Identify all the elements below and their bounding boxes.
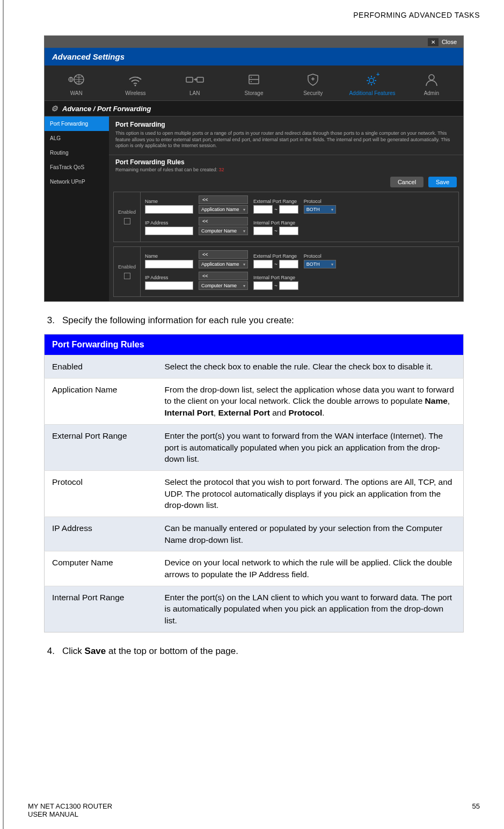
row-label: External Port Range (45, 424, 157, 470)
arrow-button[interactable]: << (199, 217, 248, 226)
nav-additional-features[interactable]: + Additional Features (342, 72, 401, 96)
ext-end-input[interactable] (279, 260, 298, 268)
document-page: PERFORMING ADVANCED TASKS ✕ Close Advanc… (3, 0, 504, 829)
ext-start-input[interactable] (253, 205, 273, 214)
nav-security[interactable]: Security (283, 72, 342, 96)
nav-storage[interactable]: Storage (224, 72, 283, 96)
chevron-down-icon: ▾ (331, 262, 333, 267)
row-desc: From the drop-down list, select the appl… (157, 378, 464, 424)
nav-wan[interactable]: WAN (47, 72, 106, 96)
int-end-input[interactable] (279, 281, 298, 290)
arrow-button[interactable]: << (199, 195, 248, 204)
table-row: Internal Port Range Enter the port(s) on… (45, 586, 464, 632)
svg-line-15 (368, 77, 369, 78)
footer-left: MY NET AC1300 ROUTER USER MANUAL (28, 802, 112, 818)
int-end-input[interactable] (279, 227, 298, 235)
ip-input[interactable] (145, 227, 193, 235)
application-name-dropdown[interactable]: Application Name▾ (199, 260, 248, 268)
svg-point-10 (369, 78, 374, 83)
step-number: 4. (44, 646, 55, 657)
nav-wireless[interactable]: Wireless (106, 72, 165, 96)
rule-row: Enabled Name <<Application Name▾ Externa… (113, 192, 459, 242)
svg-line-16 (374, 83, 375, 84)
row-label: Application Name (45, 378, 157, 424)
top-nav: WAN Wireless LAN Storage Security + Addi… (45, 66, 463, 100)
step-number: 3. (44, 315, 55, 326)
rules-remaining: Remaining number of rules that can be cr… (109, 167, 463, 177)
main-panel: Port Forwarding This option is used to o… (109, 117, 463, 301)
row-desc: Select the protocol that you wish to por… (157, 470, 464, 517)
svg-line-17 (368, 83, 369, 84)
fields-column: Name <<Application Name▾ External Port R… (141, 247, 458, 296)
application-name-dropdown[interactable]: Application Name▾ (199, 205, 248, 214)
chevron-down-icon: ▾ (243, 283, 245, 288)
ext-start-input[interactable] (253, 260, 273, 268)
sidebar-item-alg[interactable]: ALG (45, 131, 109, 146)
sidebar-item-port-forwarding[interactable]: Port Forwarding (45, 117, 109, 131)
shield-icon (305, 72, 321, 87)
row-desc: Device on your local network to which th… (157, 551, 464, 586)
table-row: Enabled Select the check box to enable t… (45, 355, 464, 379)
table-header: Port Forwarding Rules (45, 334, 464, 355)
advanced-settings-title: Advanced Settings (45, 48, 463, 66)
table-row: Computer Name Device on your local netwo… (45, 551, 464, 586)
row-label: IP Address (45, 517, 157, 551)
enabled-column: Enabled (114, 247, 141, 296)
chevron-down-icon: ▾ (243, 207, 245, 212)
name-input[interactable] (145, 205, 193, 214)
rule-row: Enabled Name <<Application Name▾ Externa… (113, 246, 459, 297)
arrow-button[interactable]: << (199, 272, 248, 280)
table-row: Application Name From the drop-down list… (45, 378, 464, 424)
step-3: 3. Specify the following information for… (44, 315, 464, 326)
gear-plus-icon: + (363, 72, 382, 87)
svg-point-7 (251, 77, 252, 78)
svg-point-19 (429, 75, 434, 80)
page-header: PERFORMING ADVANCED TASKS (28, 11, 480, 19)
int-start-input[interactable] (253, 227, 273, 235)
table-row: External Port Range Enter the port(s) yo… (45, 424, 464, 470)
rules-heading: Port Forwarding Rules (109, 155, 463, 167)
fields-column: Name <<Application Name▾ External Port R… (141, 192, 458, 242)
ip-input[interactable] (145, 281, 193, 290)
sidebar-item-network-upnp[interactable]: Network UPnP (45, 174, 109, 189)
chevron-down-icon: ▾ (243, 229, 245, 234)
row-label: Protocol (45, 470, 157, 517)
svg-point-8 (251, 81, 252, 82)
svg-rect-4 (197, 77, 203, 82)
save-button[interactable]: Save (428, 177, 457, 187)
sidebar-item-routing[interactable]: Routing (45, 146, 109, 160)
close-icon[interactable]: ✕ (428, 38, 439, 46)
cancel-button[interactable]: Cancel (390, 177, 423, 187)
computer-name-dropdown[interactable]: Computer Name▾ (199, 227, 248, 235)
section-title: ⚙ Advance / Port Forwarding (45, 100, 463, 117)
enabled-checkbox[interactable] (124, 218, 130, 224)
svg-text:+: + (376, 72, 379, 77)
page-footer: MY NET AC1300 ROUTER USER MANUAL 55 (28, 802, 480, 818)
ext-end-input[interactable] (279, 205, 298, 214)
wifi-icon (126, 72, 144, 87)
storage-icon (246, 72, 262, 87)
step-4: 4. Click Save at the top or bottom of th… (44, 646, 464, 657)
chevron-down-icon: ▾ (331, 207, 333, 212)
protocol-dropdown[interactable]: BOTH▾ (304, 205, 336, 214)
computer-name-dropdown[interactable]: Computer Name▾ (199, 281, 248, 290)
panel-description: This option is used to open multiple por… (109, 130, 463, 155)
nav-lan[interactable]: LAN (165, 72, 224, 96)
svg-line-18 (374, 77, 375, 78)
arrow-button[interactable]: << (199, 250, 248, 259)
port-forwarding-rules-table: Port Forwarding Rules Enabled Select the… (44, 334, 464, 632)
globe-icon (67, 72, 85, 87)
row-label: Internal Port Range (45, 586, 157, 632)
enabled-checkbox[interactable] (124, 273, 130, 279)
protocol-dropdown[interactable]: BOTH▾ (304, 260, 336, 268)
svg-rect-3 (186, 77, 193, 82)
router-ui-screenshot: ✕ Close Advanced Settings WAN Wireless L… (44, 35, 464, 302)
int-start-input[interactable] (253, 281, 273, 290)
table-row: IP Address Can be manually entered or po… (45, 517, 464, 551)
row-desc: Enter the port(s) you want to forward fr… (157, 424, 464, 470)
chevron-down-icon: ▾ (243, 262, 245, 267)
sidebar-item-fastrack-qos[interactable]: FasTrack QoS (45, 160, 109, 174)
close-tab: ✕ Close (45, 36, 463, 48)
nav-admin[interactable]: Admin (402, 72, 461, 96)
name-input[interactable] (145, 260, 193, 268)
